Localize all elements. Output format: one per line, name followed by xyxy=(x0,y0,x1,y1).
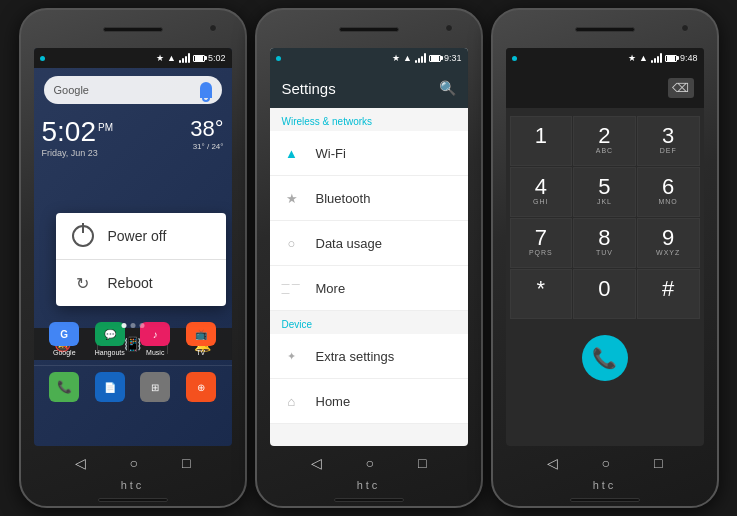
key-1[interactable]: 1 xyxy=(510,116,573,166)
wifi-settings-icon: ▲ xyxy=(282,143,302,163)
phone-2-bottom: ◁ ○ □ htc xyxy=(257,446,481,506)
reboot-label: Reboot xyxy=(108,275,153,291)
phone-dock-icon: 📞 xyxy=(49,372,79,402)
battery-icon-2 xyxy=(429,55,441,62)
time-display-2: 9:31 xyxy=(444,53,462,63)
key-7[interactable]: 7 PQRS xyxy=(510,218,573,268)
dialer-header: ⌫ xyxy=(506,68,704,108)
settings-screen: ★ ▲ 9:31 Settings 🔍 xyxy=(270,48,468,446)
weather-widget: 38° 31° / 24° xyxy=(190,116,223,151)
extra-settings-icon: ✦ xyxy=(282,346,302,366)
key-9[interactable]: 9 WXYZ xyxy=(637,218,700,268)
wifi-icon-2: ▲ xyxy=(403,53,412,63)
phone-1: ★ ▲ 5:02 Google xyxy=(19,8,247,508)
tv-icon: 📺 xyxy=(186,322,216,346)
key-star[interactable]: * xyxy=(510,269,573,319)
bluetooth-icon-3: ★ xyxy=(628,53,636,63)
google-label: Google xyxy=(53,349,76,356)
google-icon: G xyxy=(49,322,79,346)
settings-bluetooth[interactable]: ★ Bluetooth xyxy=(270,176,468,221)
back-button-2[interactable]: ◁ xyxy=(311,455,322,471)
phone-2: ★ ▲ 9:31 Settings 🔍 xyxy=(255,8,483,508)
settings-wifi[interactable]: ▲ Wi-Fi xyxy=(270,131,468,176)
bluetooth-icon-2: ★ xyxy=(392,53,400,63)
phone-1-bottom: ◁ ○ □ htc xyxy=(21,446,245,506)
bluetooth-label: Bluetooth xyxy=(316,191,371,206)
tv-label: TV xyxy=(196,349,205,356)
power-off-menu-item[interactable]: Power off xyxy=(56,213,226,259)
more-label: More xyxy=(316,281,346,296)
htc-logo-3: htc xyxy=(593,479,617,491)
extra-settings-label: Extra settings xyxy=(316,349,395,364)
home-button-3[interactable]: ○ xyxy=(602,455,610,471)
dot-indicator xyxy=(121,323,144,328)
notification-dot xyxy=(40,56,45,61)
status-bar-2: ★ ▲ 9:31 xyxy=(270,48,468,68)
hangouts-label: Hangouts xyxy=(95,349,125,356)
key-8[interactable]: 8 TUV xyxy=(573,218,636,268)
key-5[interactable]: 5 JKL xyxy=(573,167,636,217)
settings-home[interactable]: ⌂ Home xyxy=(270,379,468,424)
back-button-3[interactable]: ◁ xyxy=(547,455,558,471)
settings-more[interactable]: — — — More xyxy=(270,266,468,311)
back-button-1[interactable]: ◁ xyxy=(75,455,86,471)
key-0[interactable]: 0 xyxy=(573,269,636,319)
phone-3-top xyxy=(493,10,717,48)
settings-data-usage[interactable]: ○ Data usage xyxy=(270,221,468,266)
dock-row: 📞 📄 ⊞ ⊕ xyxy=(34,365,232,406)
key-6[interactable]: 6 MNO xyxy=(637,167,700,217)
call-button-row: 📞 xyxy=(506,327,704,389)
home-settings-icon: ⌂ xyxy=(282,391,302,411)
notification-dot-3 xyxy=(512,56,517,61)
call-icon: 📞 xyxy=(592,346,617,370)
docs-icon: 📄 xyxy=(95,372,125,402)
key-3[interactable]: 3 DEF xyxy=(637,116,700,166)
signal-icon-2 xyxy=(415,53,426,63)
wifi-icon: ▲ xyxy=(167,53,176,63)
time-display-1: 5:02 xyxy=(208,53,226,63)
nav-bar-1: ◁ ○ □ xyxy=(53,451,213,475)
dock-chrome[interactable]: ⊕ xyxy=(184,372,218,406)
recent-button-1[interactable]: □ xyxy=(182,455,190,471)
htc-logo-1: htc xyxy=(121,479,145,491)
key-hash[interactable]: # xyxy=(637,269,700,319)
settings-search-icon[interactable]: 🔍 xyxy=(439,80,456,96)
app-google[interactable]: G Google xyxy=(47,322,81,356)
status-right-3: ★ ▲ 9:48 xyxy=(628,53,697,63)
home-button-1[interactable]: ○ xyxy=(130,455,138,471)
google-logo: Google xyxy=(54,84,89,96)
backspace-button[interactable]: ⌫ xyxy=(668,78,694,98)
home-screen: ★ ▲ 5:02 Google xyxy=(34,48,232,446)
top-speaker-3 xyxy=(575,27,635,32)
key-4[interactable]: 4 GHI xyxy=(510,167,573,217)
status-left-1 xyxy=(40,56,45,61)
signal-icon-3 xyxy=(651,53,662,63)
settings-extra[interactable]: ✦ Extra settings xyxy=(270,334,468,379)
wifi-icon-3: ▲ xyxy=(639,53,648,63)
power-menu: Power off ↻ Reboot xyxy=(56,213,226,306)
settings-header: Settings 🔍 xyxy=(270,68,468,108)
home-button-2[interactable]: ○ xyxy=(366,455,374,471)
phone-2-screen: ★ ▲ 9:31 Settings 🔍 xyxy=(270,48,468,446)
dot-1 xyxy=(121,323,126,328)
signal-icon xyxy=(179,53,190,63)
phone-3: ★ ▲ 9:48 ⌫ xyxy=(491,8,719,508)
recent-button-3[interactable]: □ xyxy=(654,455,662,471)
phone-1-screen: ★ ▲ 5:02 Google xyxy=(34,48,232,446)
weather-temp: 38° xyxy=(190,116,223,142)
app-tv[interactable]: 📺 TV xyxy=(184,322,218,356)
settings-title: Settings xyxy=(282,80,336,97)
data-usage-label: Data usage xyxy=(316,236,383,251)
call-button[interactable]: 📞 xyxy=(582,335,628,381)
dock-phone[interactable]: 📞 xyxy=(47,372,81,406)
weather-range: 31° / 24° xyxy=(190,142,223,151)
dock-docs[interactable]: 📄 xyxy=(93,372,127,406)
search-bar[interactable]: Google xyxy=(44,76,222,104)
apps-icon: ⊞ xyxy=(140,372,170,402)
recent-button-2[interactable]: □ xyxy=(418,455,426,471)
dot-2 xyxy=(130,323,135,328)
reboot-menu-item[interactable]: ↻ Reboot xyxy=(56,260,226,306)
key-2[interactable]: 2 ABC xyxy=(573,116,636,166)
dock-apps[interactable]: ⊞ xyxy=(138,372,172,406)
more-settings-icon: — — — xyxy=(282,278,302,298)
